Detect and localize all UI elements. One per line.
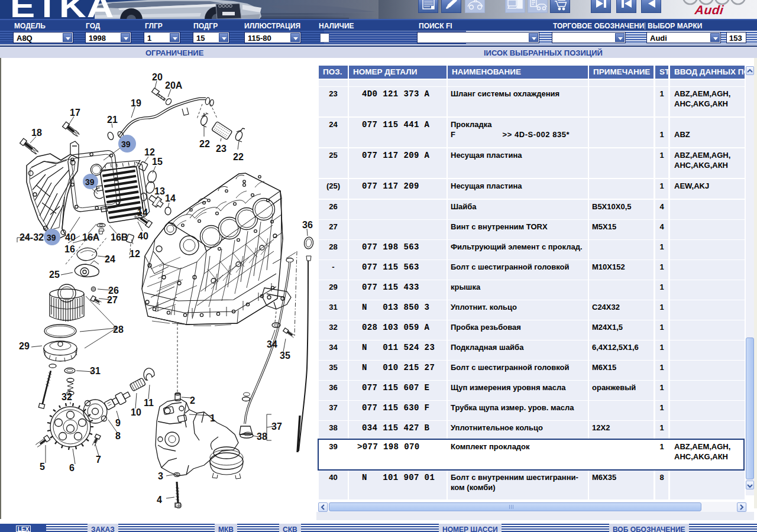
svg-text:17: 17 (70, 108, 80, 118)
svg-text:22: 22 (233, 152, 244, 162)
svg-text:27: 27 (107, 295, 118, 305)
svg-text:40: 40 (138, 231, 148, 241)
svg-text:1: 1 (210, 413, 215, 423)
svg-text:25: 25 (49, 270, 60, 280)
svg-text:39: 39 (121, 140, 131, 149)
svg-text:35: 35 (280, 351, 290, 361)
svg-text:19: 19 (131, 98, 141, 108)
svg-text:22: 22 (199, 139, 210, 149)
svg-text:20: 20 (152, 72, 163, 82)
svg-text:6: 6 (69, 463, 75, 473)
svg-text:26: 26 (108, 286, 119, 296)
svg-text:32: 32 (62, 392, 72, 402)
svg-text:8: 8 (115, 431, 121, 441)
svg-text:4: 4 (157, 495, 162, 505)
svg-text:2: 2 (190, 395, 195, 406)
svg-text:24-32: 24-32 (20, 232, 44, 242)
svg-text:28: 28 (113, 325, 124, 335)
svg-text:37: 37 (271, 421, 282, 432)
svg-text:13: 13 (154, 186, 165, 196)
svg-text:14: 14 (137, 207, 148, 218)
svg-text:14: 14 (165, 193, 176, 203)
svg-text:39: 39 (47, 233, 56, 242)
svg-text:10: 10 (131, 407, 141, 417)
svg-text:18: 18 (31, 128, 42, 138)
svg-text:21: 21 (107, 115, 118, 125)
svg-text:29: 29 (19, 341, 30, 351)
svg-text:31: 31 (90, 366, 101, 376)
svg-text:34: 34 (267, 339, 277, 349)
svg-text:20A: 20A (165, 80, 183, 90)
svg-text:36: 36 (302, 220, 313, 230)
svg-text:40: 40 (65, 232, 76, 242)
svg-text:24: 24 (105, 254, 115, 264)
svg-text:9: 9 (115, 418, 121, 428)
svg-text:38: 38 (257, 432, 267, 442)
svg-text:16B: 16B (111, 232, 128, 242)
svg-text:16: 16 (64, 244, 75, 254)
svg-text:23: 23 (216, 144, 227, 154)
svg-text:39: 39 (85, 177, 95, 187)
svg-text:12: 12 (130, 249, 140, 259)
svg-text:12: 12 (144, 147, 155, 157)
svg-text:5: 5 (40, 462, 45, 472)
svg-text:7: 7 (96, 455, 101, 465)
svg-text:16A: 16A (82, 232, 100, 242)
svg-text:15: 15 (152, 157, 163, 167)
svg-text:3: 3 (158, 471, 163, 481)
svg-text:11: 11 (144, 398, 154, 408)
